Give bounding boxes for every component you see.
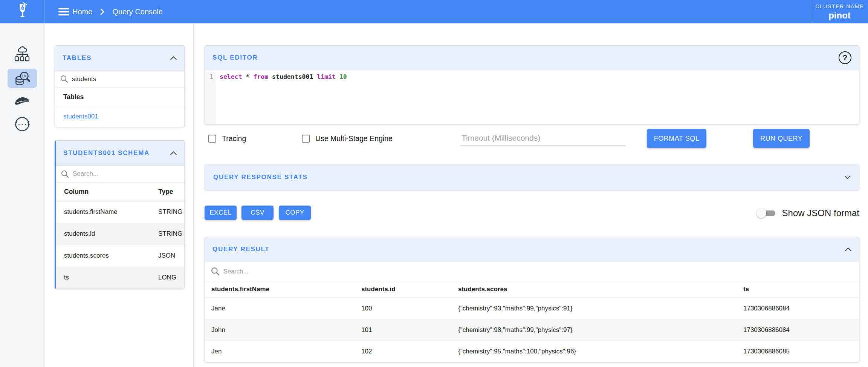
schema-col-header: Column [56, 183, 150, 201]
copy-button[interactable]: COPY [279, 206, 311, 220]
result-cell: 101 [355, 319, 452, 341]
pinot-logo[interactable] [0, 0, 44, 23]
query-console-icon [14, 70, 31, 87]
tables-panel-title: TABLES [63, 54, 92, 62]
query-result-panel: QUERY RESULT students.firstNamestudents.… [205, 237, 859, 362]
schema-table: Column Type students.firstNameSTRINGstud… [56, 183, 184, 289]
result-row: Jane100{"chemistry":93,"maths":99,"physi… [205, 298, 859, 319]
collapse-up-icon[interactable] [845, 247, 851, 251]
sql-token: students001 [268, 73, 317, 80]
query-response-stats-title: QUERY RESPONSE STATS [213, 174, 308, 181]
schema-row: tsLONG [56, 267, 184, 289]
schema-search-input[interactable] [73, 170, 179, 178]
schema-column-name: students.firstName [56, 201, 150, 223]
schema-panel: STUDENTS001 SCHEMA Column Type students.… [55, 140, 185, 289]
sql-token: * [242, 73, 254, 80]
breadcrumb: Home Query Console [72, 0, 163, 23]
multi-stage-label: Use Multi-Stage Engine [315, 134, 393, 143]
schema-panel-title: STUDENTS001 SCHEMA [63, 149, 150, 157]
schema-panel-header[interactable]: STUDENTS001 SCHEMA [56, 141, 184, 166]
query-response-stats-panel[interactable]: QUERY RESPONSE STATS [205, 164, 859, 190]
sidebar-item-query-console[interactable] [8, 69, 37, 88]
expand-down-icon[interactable] [844, 175, 851, 179]
sql-token: from [253, 73, 268, 80]
multi-stage-checkbox[interactable] [302, 135, 310, 143]
timeout-field [461, 131, 626, 146]
sql-editor-header: SQL EDITOR ? [205, 46, 859, 70]
table-link-students001[interactable]: students001 [63, 113, 98, 120]
swagger-api-icon: {···} [14, 116, 30, 132]
show-json-label: Show JSON format [782, 208, 859, 218]
sidebar-item-cluster-manager[interactable] [14, 46, 31, 63]
svg-text:{···}: {···} [14, 121, 30, 127]
result-row: John101{"chemistry":98,"maths":99,"physi… [205, 319, 859, 341]
cluster-name-label: CLUSTER NAME [811, 3, 868, 9]
pinot-wine-glass-icon [12, 2, 32, 21]
result-cell: 1730306886085 [737, 341, 859, 362]
excel-button[interactable]: EXCEL [205, 206, 237, 220]
result-search-input[interactable] [223, 268, 853, 275]
result-table-body: Jane100{"chemistry":93,"maths":99,"physi… [205, 298, 859, 362]
app-bar: Home Query Console CLUSTER NAME pinot [0, 0, 868, 23]
sidebar-item-zookeeper[interactable] [14, 92, 31, 109]
format-sql-button[interactable]: FORMAT SQL [647, 129, 706, 148]
collapse-up-icon[interactable] [170, 151, 177, 155]
tables-panel: TABLES Tables students001 [55, 45, 185, 127]
sql-code-editor[interactable]: 1 select * from students001 limit 10 [205, 70, 859, 124]
schema-column-type: STRING [150, 201, 184, 223]
show-json-toggle[interactable] [756, 208, 776, 218]
content-divider [193, 23, 194, 367]
result-column-header: students.firstName [205, 281, 355, 298]
timeout-input[interactable] [461, 131, 626, 146]
zookeeper-icon [14, 95, 31, 107]
result-cell: Jane [205, 298, 355, 319]
tables-section-label: Tables [55, 88, 184, 106]
schema-row: students.scoresJSON [56, 245, 184, 267]
cluster-manager-icon [14, 46, 31, 63]
breadcrumb-home-link[interactable]: Home [72, 8, 92, 16]
search-icon [60, 75, 68, 83]
result-column-header: students.scores [452, 281, 737, 298]
schema-row: students.idSTRING [56, 223, 184, 245]
schema-search-row [56, 166, 184, 183]
sql-code-line[interactable]: select * from students001 limit 10 [216, 70, 859, 124]
result-column-header: ts [737, 281, 859, 298]
run-query-button[interactable]: RUN QUERY [753, 129, 810, 148]
schema-table-body: students.firstNameSTRINGstudents.idSTRIN… [56, 201, 184, 289]
tracing-checkbox-group[interactable]: Tracing [208, 128, 246, 149]
result-cell: {"chemistry":98,"maths":99,"physics":97} [452, 319, 737, 341]
schema-column-type: LONG [150, 267, 184, 289]
collapse-up-icon[interactable] [170, 56, 177, 60]
query-result-header[interactable]: QUERY RESULT [205, 237, 859, 261]
csv-button[interactable]: CSV [241, 206, 274, 220]
schema-column-type: STRING [150, 223, 184, 245]
help-icon[interactable]: ? [839, 51, 851, 64]
result-header-row: students.firstNamestudents.idstudents.sc… [205, 281, 859, 298]
multi-stage-checkbox-group[interactable]: Use Multi-Stage Engine [302, 128, 393, 149]
search-icon [61, 170, 69, 178]
breadcrumb-current: Query Console [112, 8, 162, 16]
tables-panel-header[interactable]: TABLES [55, 46, 184, 71]
result-cell: 102 [355, 341, 452, 362]
tables-search-input[interactable] [72, 75, 179, 83]
result-cell: {"chemistry":93,"maths":99,"physics":91} [452, 298, 737, 319]
result-cell: {"chemistry":95,"maths":100,"physics":96… [452, 341, 737, 362]
result-row: Jen102{"chemistry":95,"maths":100,"physi… [205, 341, 859, 362]
menu-button[interactable] [58, 8, 69, 15]
sql-token: 10 [339, 73, 347, 80]
tables-search-row [55, 71, 184, 88]
line-number: 1 [209, 73, 213, 80]
result-cell: 1730306886084 [737, 298, 859, 319]
query-options-row: Tracing Use Multi-Stage Engine FORMAT SQ… [205, 128, 859, 149]
query-result-title: QUERY RESULT [212, 246, 269, 253]
result-cell: John [205, 319, 355, 341]
sidebar-item-swagger-api[interactable]: {···} [14, 116, 31, 132]
chevron-right-icon [100, 8, 104, 15]
export-row: EXCEL CSV COPY Show JSON format [205, 206, 859, 221]
result-cell: Jen [205, 341, 355, 362]
json-format-toggle-group: Show JSON format [756, 206, 859, 221]
sql-token: limit [317, 73, 336, 80]
tracing-checkbox[interactable] [208, 135, 216, 143]
result-cell: 100 [355, 298, 452, 319]
schema-row: students.firstNameSTRING [56, 201, 184, 223]
